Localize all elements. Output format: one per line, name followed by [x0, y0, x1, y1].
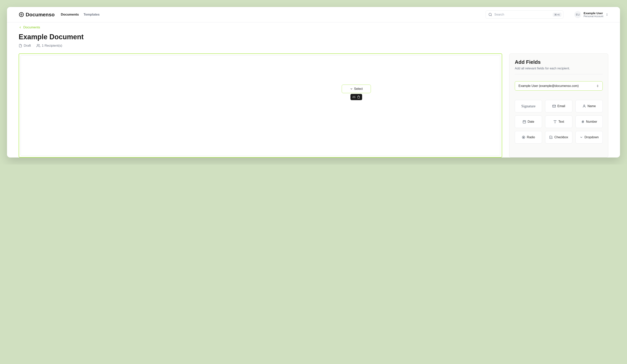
sidebar: Add Fields Add all relevant fields for e… — [509, 53, 608, 157]
field-label: Select — [354, 87, 363, 91]
field-text[interactable]: Text — [545, 115, 572, 128]
field-label: Date — [528, 120, 534, 123]
chevron-updown-icon — [596, 84, 599, 88]
chevron-down-icon — [350, 87, 353, 90]
field-delete-button[interactable] — [357, 95, 361, 99]
page-header: Example Document Draft 1 Recipient(s) — [7, 30, 620, 48]
field-label: Dropdown — [585, 136, 599, 139]
recipient-select[interactable]: Example User (example@documenso.com) — [515, 81, 603, 91]
signature-label: Signature — [522, 104, 536, 108]
recipients-label: 1 Recipient(s) — [42, 44, 62, 48]
app-window: Documenso Documents Templates ⌘+K EU Exa… — [7, 7, 620, 157]
svg-line-24 — [583, 120, 583, 123]
page-title: Example Document — [19, 33, 608, 41]
field-label: Number — [586, 120, 597, 123]
field-checkbox[interactable]: Checkbox — [545, 131, 572, 144]
svg-point-0 — [21, 14, 22, 15]
calendar-icon — [522, 120, 526, 123]
svg-point-26 — [523, 137, 524, 138]
chevron-left-icon — [19, 26, 22, 29]
account-info: Example User Personal Account — [584, 11, 603, 18]
field-signature[interactable]: Signature — [515, 100, 542, 112]
svg-line-23 — [582, 120, 583, 123]
main-area: Select Add Fields Add all relevant field… — [7, 48, 620, 157]
field-label: Text — [558, 120, 564, 123]
nav-documents[interactable]: Documents — [61, 13, 79, 16]
type-icon — [553, 120, 557, 123]
chevron-updown-icon — [606, 13, 608, 16]
avatar: EU — [574, 11, 581, 18]
sidebar-title: Add Fields — [515, 59, 603, 65]
field-label: Checkbox — [554, 136, 568, 139]
search-shortcut: ⌘+K — [553, 13, 562, 17]
field-label: Name — [587, 104, 596, 108]
check-square-icon — [549, 136, 553, 139]
logo-icon — [19, 12, 24, 17]
field-date[interactable]: Date — [515, 115, 542, 128]
breadcrumb[interactable]: Documents — [19, 25, 40, 29]
topbar: Documenso Documents Templates ⌘+K EU Exa… — [7, 7, 620, 22]
svg-rect-15 — [523, 121, 526, 123]
trash-icon — [357, 96, 360, 99]
svg-point-14 — [584, 105, 585, 106]
breadcrumb-bar: Documents — [7, 22, 620, 30]
sidebar-subtitle: Add all relevant fields for each recipie… — [515, 67, 603, 70]
search-input[interactable] — [486, 10, 563, 19]
account-menu[interactable]: EU Example User Personal Account — [574, 11, 608, 18]
field-grid: Signature Email Name Date Text — [515, 100, 603, 144]
field-radio[interactable]: Radio — [515, 131, 542, 144]
file-icon — [19, 44, 22, 48]
svg-point-1 — [489, 13, 491, 16]
logo[interactable]: Documenso — [19, 12, 55, 18]
mail-icon — [552, 104, 556, 108]
document-canvas[interactable]: Select — [19, 53, 502, 157]
account-type: Personal Account — [584, 15, 603, 18]
field-number[interactable]: Number — [575, 115, 603, 128]
status-label: Draft — [24, 44, 31, 48]
field-toolbar — [351, 94, 362, 100]
user-icon — [582, 104, 586, 108]
search-icon — [488, 13, 492, 16]
page-meta: Draft 1 Recipient(s) — [19, 44, 608, 48]
account-name: Example User — [584, 11, 603, 15]
nav-templates[interactable]: Templates — [83, 13, 100, 16]
status: Draft — [19, 44, 31, 48]
divider — [515, 74, 603, 74]
document-page[interactable]: Select — [21, 55, 500, 156]
recipients: 1 Recipient(s) — [36, 44, 62, 48]
users-icon — [36, 44, 40, 48]
brand-name: Documenso — [26, 12, 55, 18]
field-settings-button[interactable] — [352, 95, 356, 99]
svg-point-3 — [37, 44, 39, 46]
sliders-icon — [352, 96, 356, 99]
field-dropdown[interactable]: Dropdown — [575, 131, 603, 144]
field-name[interactable]: Name — [575, 100, 603, 112]
svg-line-2 — [491, 15, 492, 16]
field-label: Email — [557, 104, 565, 108]
search-wrap: ⌘+K — [486, 10, 563, 19]
breadcrumb-label: Documents — [23, 25, 40, 29]
placed-field-select[interactable]: Select — [342, 85, 371, 93]
field-label: Radio — [527, 136, 535, 139]
radio-icon — [522, 136, 525, 139]
field-email[interactable]: Email — [545, 100, 572, 112]
recipient-label: Example User (example@documenso.com) — [519, 84, 579, 88]
nav: Documents Templates — [61, 13, 100, 16]
chevron-down-icon — [579, 136, 583, 139]
hash-icon — [581, 120, 585, 123]
